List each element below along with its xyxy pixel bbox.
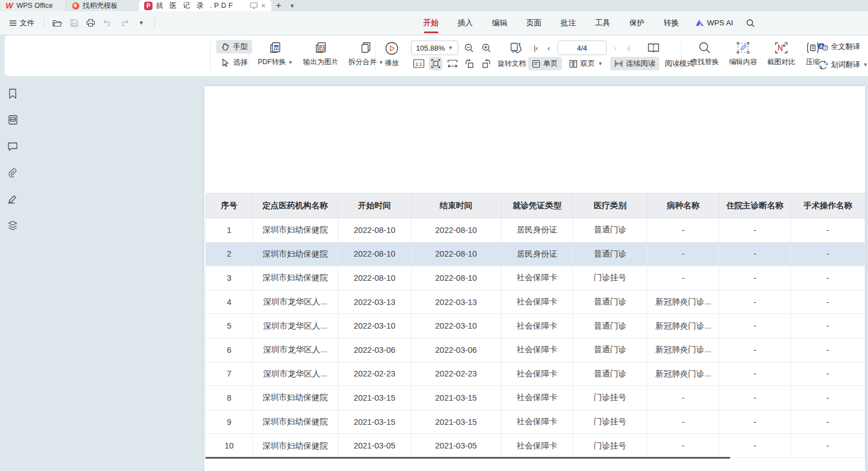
cursor-icon	[221, 58, 230, 67]
actual-size-button[interactable]: 1:1	[412, 57, 426, 70]
table-cell: 普通门诊	[573, 362, 647, 386]
single-page-label: 单页	[543, 59, 558, 69]
table-cell: 8	[206, 386, 253, 410]
zoom-out-button[interactable]	[462, 41, 476, 55]
export-as-image-button[interactable]: 输出为图片	[299, 39, 342, 69]
rotate-right-button[interactable]	[480, 57, 493, 70]
table-cell: -	[791, 338, 865, 362]
rotate-left-button[interactable]	[463, 57, 476, 70]
select-tool-button[interactable]: 选择	[216, 56, 252, 69]
first-page-button[interactable]: |‹	[531, 44, 540, 52]
word-translate-button[interactable]: A文 划词翻译 ▼	[814, 58, 868, 71]
table-cell: -	[791, 290, 865, 314]
table-cell: 3	[206, 266, 253, 290]
single-page-button[interactable]: 单页	[528, 57, 562, 70]
close-tab-icon[interactable]: ×	[261, 1, 266, 10]
table-cell: 2022-02-23	[411, 362, 501, 386]
continuous-read-button[interactable]: 连续阅读	[610, 57, 659, 70]
layers-icon[interactable]	[5, 217, 21, 234]
table-cell: 深圳市妇幼保健院	[252, 242, 338, 266]
table-cell: -	[719, 242, 791, 266]
find-replace-label: 查找替换	[691, 57, 719, 67]
play-label: 播放	[385, 59, 399, 68]
table-cell: 门诊挂号	[573, 410, 647, 434]
table-cell: 5	[206, 314, 253, 338]
zoom-level-select[interactable]: 105.88% ▼	[411, 41, 458, 55]
comment-icon[interactable]	[5, 138, 21, 155]
chevron-down-icon: ▼	[598, 61, 603, 66]
tab-document-pdf[interactable]: P 就 医 记 录 .PDF ×	[138, 0, 271, 11]
table-cell: -	[791, 410, 865, 434]
table-cell: 社会保障卡	[501, 290, 573, 314]
document-canvas: 序号定点医药机构名称开始时间结束时间就诊凭证类型医疗类别病种名称住院主诊断名称手…	[0, 77, 868, 471]
full-translate-label: 全文翻译	[831, 42, 860, 52]
zoom-in-button[interactable]	[480, 41, 493, 55]
column-header: 就诊凭证类型	[501, 194, 573, 218]
menu-tools[interactable]: 工具	[585, 11, 620, 34]
page-number-input[interactable]	[557, 41, 607, 55]
fit-width-button[interactable]	[446, 57, 459, 70]
menu-edit[interactable]: 编辑	[482, 11, 517, 34]
table-cell: 居民身份证	[501, 242, 573, 266]
last-page-button[interactable]: ›|	[624, 44, 633, 52]
table-cell: 7	[206, 362, 253, 386]
rotate-document-icon[interactable]	[509, 41, 523, 55]
file-menu-button[interactable]: 文件	[6, 16, 38, 30]
undo-button[interactable]	[100, 16, 115, 30]
table-cell: 新冠肺炎门诊...	[647, 314, 719, 338]
table-cell: 普通门诊	[573, 290, 647, 314]
edit-content-button[interactable]: 编辑内容	[725, 39, 761, 69]
redo-button[interactable]	[117, 16, 132, 30]
find-replace-button[interactable]: 查找替换	[687, 39, 723, 69]
menu-wps-ai[interactable]: WPS AI	[688, 19, 740, 27]
tab-wps-office[interactable]: W WPS Office	[0, 0, 66, 11]
attachment-icon[interactable]	[5, 164, 21, 181]
table-cell: 社会保障卡	[501, 266, 573, 290]
pdf-convert-button[interactable]: W PDF转换 ▼	[254, 39, 297, 69]
thumbnails-icon[interactable]	[5, 111, 21, 128]
menu-home[interactable]: 开始	[414, 11, 448, 34]
table-cell: -	[719, 410, 791, 434]
read-mode-icon[interactable]	[647, 41, 660, 55]
save-button[interactable]	[66, 16, 81, 30]
rotate-document-label[interactable]: 旋转文档	[498, 59, 526, 69]
table-cell: -	[719, 218, 791, 243]
menu-insert[interactable]: 插入	[448, 11, 482, 34]
play-button[interactable]: 播放	[381, 39, 403, 70]
double-page-button[interactable]: 双页 ▼	[565, 57, 607, 70]
screenshot-compare-button[interactable]: 截图对比	[763, 39, 799, 69]
open-file-button[interactable]	[50, 16, 64, 30]
previous-page-button[interactable]: ‹	[544, 44, 553, 52]
wps-ai-icon	[695, 19, 704, 26]
menu-protect[interactable]: 保护	[620, 11, 654, 34]
new-tab-button[interactable]: +	[271, 0, 286, 11]
tab-docer-templates[interactable]: 找稻壳模板	[66, 0, 138, 11]
menu-page[interactable]: 页面	[517, 11, 551, 34]
table-cell: -	[719, 434, 791, 458]
menu-comment[interactable]: 批注	[551, 11, 585, 34]
monitor-icon[interactable]	[250, 2, 258, 9]
column-header: 病种名称	[647, 194, 719, 218]
table-cell: 社会保障卡	[501, 434, 573, 458]
print-button[interactable]	[83, 16, 98, 30]
signature-icon[interactable]	[5, 191, 21, 208]
table-cell: 4	[206, 290, 253, 314]
table-cell: 2021-03-15	[411, 386, 501, 410]
full-text-translate-button[interactable]: A字 全文翻译	[814, 40, 868, 53]
divider	[154, 18, 155, 28]
table-cell: -	[647, 386, 719, 410]
hand-tool-button[interactable]: 手型	[216, 40, 252, 53]
full-translate-icon: A字	[818, 43, 828, 51]
table-cell: -	[719, 362, 791, 386]
next-page-button[interactable]: ›	[611, 44, 620, 52]
quickbar-more-chevron-icon[interactable]: ▼	[134, 16, 149, 30]
table-cell: 2022-08-10	[338, 218, 411, 243]
table-row: 5深圳市龙华区人...2022-03-102022-03-10社会保障卡普通门诊…	[206, 314, 865, 338]
pdf-page[interactable]: 序号定点医药机构名称开始时间结束时间就诊凭证类型医疗类别病种名称住院主诊断名称手…	[204, 86, 865, 471]
fit-page-button[interactable]	[429, 57, 442, 70]
menu-search-button[interactable]	[740, 19, 760, 28]
menu-convert[interactable]: 转换	[654, 11, 688, 34]
bookmark-icon[interactable]	[5, 85, 21, 102]
table-cell: 居民身份证	[501, 218, 573, 243]
tab-list-chevron-icon[interactable]: ▼	[286, 0, 298, 11]
